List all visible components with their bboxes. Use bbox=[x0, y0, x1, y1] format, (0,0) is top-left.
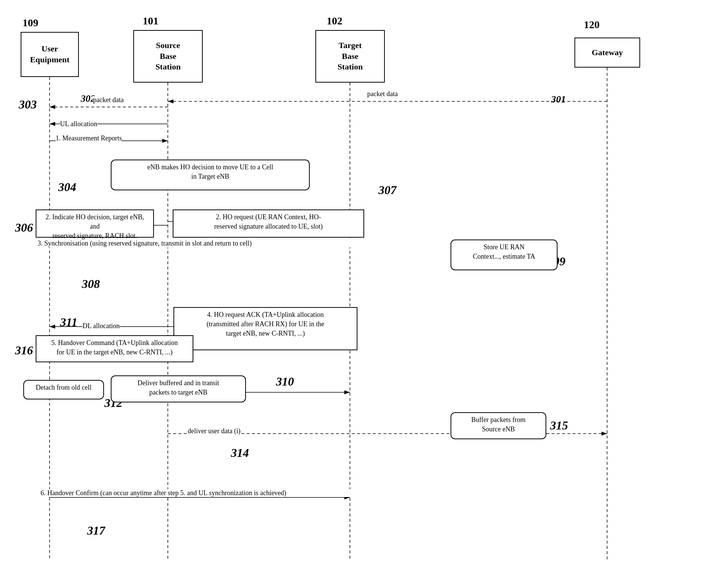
ref-301: 301 bbox=[551, 94, 566, 105]
synchronisation-label: 3. Synchronisation (using reserved signa… bbox=[38, 240, 368, 247]
indicate-ho-box: 2. Indicate HO decision, target eNB, and… bbox=[36, 209, 154, 238]
store-ue-ran-box: Store UE RANContext..., estimate TA bbox=[451, 240, 558, 270]
ref-303: 303 bbox=[19, 98, 37, 111]
ref-315: 315 bbox=[550, 419, 568, 432]
ref-314: 314 bbox=[231, 446, 249, 460]
ref-307: 307 bbox=[378, 183, 396, 197]
ho-request-box: 2. HO request (UE RAN Context, HO-reserv… bbox=[173, 209, 364, 238]
ref-306: 306 bbox=[15, 221, 33, 235]
deliver-user-data-label: deliver user data (i) bbox=[188, 427, 240, 435]
ref-316: 316 bbox=[15, 344, 33, 357]
sbs-box: SourceBaseStation bbox=[133, 30, 203, 83]
ref-308: 308 bbox=[82, 277, 100, 291]
ue-box: UserEquipment bbox=[21, 32, 79, 77]
sequence-diagram: 109 101 102 120 UserEquipment SourceBase… bbox=[0, 0, 728, 568]
handover-cmd-box: 5. Handover Command (TA+Uplink allocatio… bbox=[36, 335, 193, 362]
packet-data-301-label: packet data bbox=[367, 90, 398, 98]
handover-confirm-label: 6. Handover Confirm (can occur anytime a… bbox=[41, 489, 360, 497]
enb-ho-decision-box: eNB makes HO decision to move UE to a Ce… bbox=[111, 160, 310, 190]
tbs-box: TargetBaseStation bbox=[315, 30, 385, 83]
gw-box: Gateway bbox=[574, 38, 640, 68]
meas-reports-label: 1. Measurement Reports bbox=[56, 134, 122, 142]
sbs-number: 101 bbox=[143, 15, 158, 27]
ref-304: 304 bbox=[58, 180, 76, 194]
packet-data-302-label: packet data bbox=[93, 96, 124, 104]
ue-number: 109 bbox=[23, 17, 38, 29]
buffer-packets-box: Buffer packets fromSource eNB bbox=[451, 412, 546, 439]
ul-alloc-label: UL allocation bbox=[60, 120, 97, 128]
dl-alloc-label: DL allocation bbox=[83, 322, 120, 330]
arrows-svg bbox=[0, 0, 728, 568]
ref-311: 311 bbox=[60, 315, 77, 329]
detach-old-cell-box: Detach from old cell bbox=[23, 380, 104, 399]
gw-number: 120 bbox=[584, 19, 600, 31]
ref-310: 310 bbox=[276, 375, 294, 389]
ref-317: 317 bbox=[87, 524, 105, 538]
tbs-number: 102 bbox=[327, 15, 342, 27]
ho-req-ack-box: 4. HO request ACK (TA+Uplink allocation(… bbox=[173, 307, 357, 350]
deliver-buffered-box: Deliver buffered and in transitpackets t… bbox=[111, 375, 246, 402]
